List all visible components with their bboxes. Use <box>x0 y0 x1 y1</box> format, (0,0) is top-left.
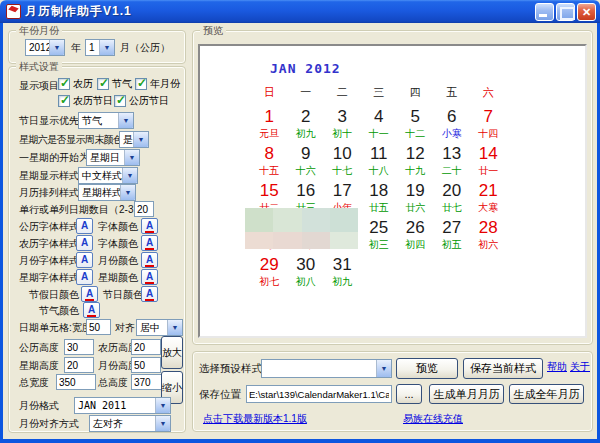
week-start-select[interactable]: 星期日▼ <box>86 149 140 166</box>
calendar-day-number: 27 <box>434 217 471 239</box>
chevron-down-icon[interactable]: ▼ <box>122 168 137 183</box>
festival-color-button[interactable]: A <box>141 286 158 302</box>
calendar-lunar-label: 廿一 <box>470 165 507 180</box>
weekday-header: 六 <box>470 82 507 106</box>
lunar-festival-checkbox[interactable] <box>58 95 70 107</box>
lunar-checkbox[interactable] <box>58 78 70 90</box>
week-color-button[interactable]: A <box>141 269 158 285</box>
chevron-down-icon[interactable]: ▼ <box>120 185 135 200</box>
week-font-button[interactable]: A <box>76 269 93 285</box>
align-select[interactable]: 居中▼ <box>136 319 183 336</box>
save-path-input[interactable] <box>246 385 392 403</box>
gregorian-font-label: 公历字体样式 <box>19 220 79 234</box>
chevron-down-icon[interactable]: ▼ <box>49 40 64 55</box>
browse-button[interactable]: ... <box>396 384 422 404</box>
generate-year-button[interactable]: 生成全年月历 <box>509 384 584 404</box>
mosaic-tile <box>273 232 301 249</box>
festival-priority-select[interactable]: 节气▼ <box>78 112 134 129</box>
censor-mosaic <box>245 208 358 249</box>
calendar-lunar-label: 廿五 <box>361 202 398 217</box>
month-format-select[interactable]: JAN 2011▼ <box>74 397 171 414</box>
close-button[interactable]: ✕ <box>577 3 596 21</box>
calendar-day-number: 9 <box>288 143 325 165</box>
calendar-lunar-label: 十一 <box>361 128 398 143</box>
save-current-style-button[interactable]: 保存当前样式 <box>463 358 543 379</box>
total-width-label: 总宽度 <box>19 376 49 390</box>
lunar-font-button[interactable]: A <box>76 235 93 251</box>
calendar-day-number: 31 <box>324 254 361 276</box>
minimize-button[interactable] <box>535 3 554 21</box>
preset-style-select[interactable]: ▼ <box>261 359 392 378</box>
display-items-row2: 农历节日 公历节日 <box>19 94 182 111</box>
solar-term-color-button[interactable]: A <box>83 302 100 318</box>
solar-term-checkbox[interactable] <box>97 78 109 90</box>
calendar-day-number: 10 <box>324 143 361 165</box>
recharge-link[interactable]: 易族在线充值 <box>403 412 463 426</box>
calendar-day-number: 3 <box>324 106 361 128</box>
chevron-down-icon[interactable]: ▼ <box>376 360 391 377</box>
year-suffix-label: 年 <box>71 41 81 55</box>
preview-button[interactable]: 预览 <box>396 358 458 379</box>
week-height-label: 星期高度 <box>19 359 59 373</box>
year-select[interactable]: 2012▼ <box>25 39 65 56</box>
gregorian-font-button[interactable]: A <box>76 218 93 234</box>
year-month-checkbox[interactable] <box>135 78 147 90</box>
calendar-lunar-label <box>397 276 434 291</box>
saturday-weekend-select[interactable]: 是▼ <box>119 131 149 148</box>
total-height-input[interactable] <box>131 374 165 390</box>
chevron-down-icon[interactable]: ▼ <box>155 416 170 431</box>
month-height-input[interactable] <box>131 357 161 373</box>
chevron-down-icon[interactable]: ▼ <box>124 150 139 165</box>
lunar-height-input[interactable] <box>131 339 161 355</box>
style-settings-caption: 样式设置 <box>16 60 62 74</box>
holiday-color-button[interactable]: A <box>81 286 98 302</box>
zoom-in-button[interactable]: 放大 <box>161 336 183 369</box>
mosaic-tile <box>273 208 301 232</box>
month-align-select[interactable]: 左对齐▼ <box>89 415 171 432</box>
calendar-day-number: 4 <box>361 106 398 128</box>
calendar-lunar-label: 十八 <box>361 165 398 180</box>
lunar-color-button[interactable]: A <box>141 235 158 251</box>
month-font-button[interactable]: A <box>76 252 93 268</box>
week-style-select[interactable]: 中文样式▼ <box>78 167 138 184</box>
month-suffix-label: 月（公历） <box>120 41 170 55</box>
about-link[interactable]: 关于 <box>570 360 590 374</box>
gregorian-color-button[interactable]: A <box>141 218 158 234</box>
calendar-day-number: 15 <box>251 180 288 202</box>
total-width-input[interactable] <box>56 374 96 390</box>
dates-per-line-input[interactable] <box>134 201 154 217</box>
display-items-row: 显示项目 农历 节气 年月份 <box>19 77 182 94</box>
generate-month-button[interactable]: 生成单月月历 <box>429 384 504 404</box>
month-format-label: 月份格式 <box>19 399 59 413</box>
gregorian-height-input[interactable] <box>64 339 94 355</box>
gregorian-color-label: 字体颜色 <box>98 220 138 234</box>
chevron-down-icon[interactable]: ▼ <box>118 113 133 128</box>
layout-style-select[interactable]: 星期样式▼ <box>78 184 136 201</box>
maximize-button[interactable] <box>556 3 575 21</box>
solar-festival-checkbox[interactable] <box>114 95 126 107</box>
calendar-day-number: 8 <box>251 143 288 165</box>
window-border-left <box>0 23 3 443</box>
calendar-lunar-label: 廿六 <box>397 202 434 217</box>
chevron-down-icon[interactable]: ▼ <box>155 398 170 413</box>
calendar-lunar-label: 初九 <box>288 128 325 143</box>
calendar-lunar-label: 元旦 <box>251 128 288 143</box>
calendar-lunar-label: 初四 <box>397 239 434 254</box>
month-color-label: 月份颜色 <box>98 254 138 268</box>
download-latest-link[interactable]: 点击下载最新版本1.1版 <box>203 412 307 426</box>
chevron-down-icon[interactable]: ▼ <box>99 40 114 55</box>
month-select[interactable]: 1▼ <box>85 39 115 56</box>
chevron-down-icon[interactable]: ▼ <box>133 132 148 147</box>
chevron-down-icon[interactable]: ▼ <box>167 320 182 335</box>
cell-width-input[interactable] <box>86 319 111 335</box>
help-link[interactable]: 帮助 <box>547 360 567 374</box>
calendar-lunar-label: 小寒 <box>434 128 471 143</box>
saturday-weekend-value: 是 <box>120 133 133 147</box>
calendar-preview-panel: JAN 2012 日一二三四五六1234567元旦初九初十十一十二小寒十四891… <box>198 44 587 338</box>
week-height-input[interactable] <box>64 357 94 373</box>
calendar-month-title: JAN 2012 <box>270 61 341 76</box>
week-style-value: 中文样式 <box>79 169 122 183</box>
month-color-button[interactable]: A <box>141 252 158 268</box>
festival-priority-value: 节气 <box>79 114 118 128</box>
mosaic-row <box>245 232 358 249</box>
